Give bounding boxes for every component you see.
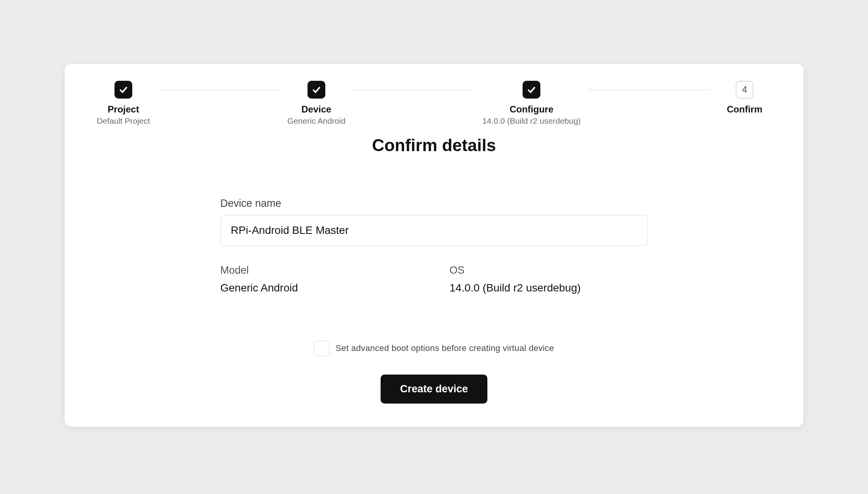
check-icon — [308, 81, 325, 99]
check-icon — [523, 81, 540, 99]
advanced-options-label: Set advanced boot options before creatin… — [336, 343, 554, 353]
step-title: Device — [301, 104, 331, 115]
os-label: OS — [449, 264, 648, 276]
advanced-options-row: Set advanced boot options before creatin… — [220, 341, 648, 356]
step-connector — [158, 90, 280, 90]
step-connector — [588, 90, 710, 90]
advanced-options-checkbox[interactable] — [314, 341, 330, 356]
step-device[interactable]: Device Generic Android — [287, 81, 346, 126]
model-value: Generic Android — [220, 282, 419, 294]
device-name-input[interactable] — [220, 215, 648, 246]
stepper: Project Default Project Device Generic A… — [96, 81, 772, 126]
os-col: OS 14.0.0 (Build r2 userdebug) — [449, 264, 648, 294]
os-value: 14.0.0 (Build r2 userdebug) — [449, 282, 648, 294]
step-number-icon: 4 — [736, 81, 754, 99]
create-device-button[interactable]: Create device — [381, 375, 487, 404]
details-row: Model Generic Android OS 14.0.0 (Build r… — [220, 264, 648, 294]
button-row: Create device — [220, 375, 648, 404]
step-configure[interactable]: Configure 14.0.0 (Build r2 userdebug) — [482, 81, 581, 126]
step-connector — [353, 90, 475, 90]
wizard-card: Project Default Project Device Generic A… — [65, 64, 803, 427]
check-icon — [114, 81, 132, 99]
device-name-label: Device name — [220, 198, 648, 210]
step-title: Confirm — [727, 104, 762, 115]
step-title: Project — [108, 104, 139, 115]
step-confirm[interactable]: 4 Confirm — [718, 81, 772, 116]
page-title: Confirm details — [96, 136, 772, 155]
form-area: Device name Model Generic Android OS 14.… — [220, 198, 648, 404]
step-subtext: 14.0.0 (Build r2 userdebug) — [482, 116, 581, 126]
step-project[interactable]: Project Default Project — [96, 81, 150, 126]
model-col: Model Generic Android — [220, 264, 419, 294]
step-subtext: Default Project — [97, 116, 150, 126]
step-subtext: Generic Android — [287, 116, 346, 126]
model-label: Model — [220, 264, 419, 276]
step-title: Configure — [509, 104, 553, 115]
